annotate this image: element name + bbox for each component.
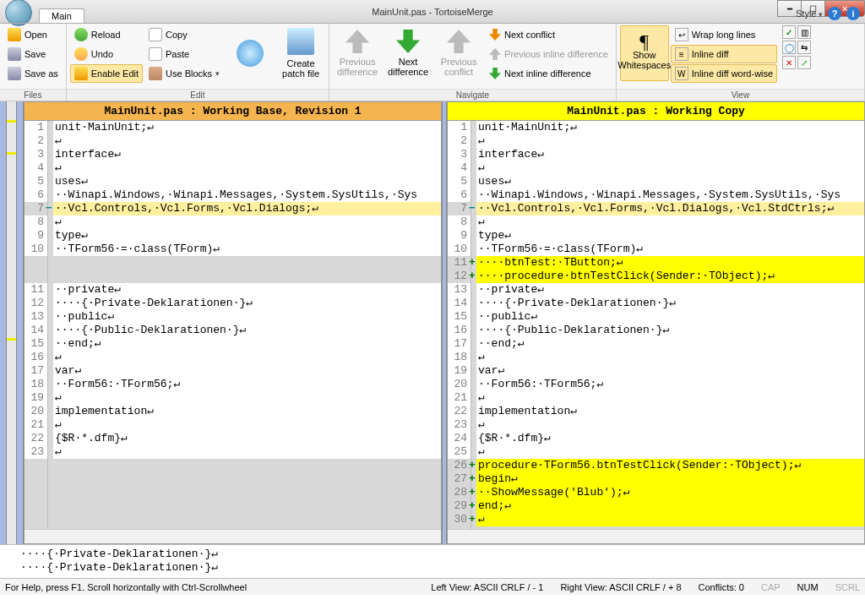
paste-button[interactable]: Paste (144, 45, 224, 63)
right-title: MainUnit.pas : Working Copy (448, 102, 864, 121)
view-check-icon[interactable]: ✓ (782, 25, 796, 39)
next-conflict-button[interactable]: Next conflict (485, 25, 612, 44)
arrow-up-gray-icon (447, 30, 471, 53)
group-files-label: Files (0, 89, 66, 101)
ribbon-tabs: Main Style ? i (0, 5, 865, 24)
help-icon[interactable]: ? (828, 7, 841, 20)
next-inline-button[interactable]: Next inline difference (485, 64, 612, 83)
left-hscroll[interactable] (24, 529, 441, 543)
right-hscroll[interactable] (448, 529, 864, 543)
find-button[interactable] (226, 25, 275, 81)
context-line1: ····{·Private-Deklarationen·}↵ (20, 548, 218, 560)
pilcrow-icon: ¶ (639, 36, 649, 46)
open-icon (8, 28, 21, 41)
prev-diff-button[interactable]: Previous difference (333, 25, 382, 81)
next-diff-button[interactable]: Next difference (384, 25, 432, 81)
group-navigate-label: Navigate (329, 89, 616, 101)
arrow-down-orange-icon (489, 29, 501, 41)
group-edit-label: Edit (67, 89, 329, 101)
save-button[interactable]: Save (3, 45, 63, 63)
patch-icon (287, 28, 314, 55)
group-view-label: View (617, 89, 864, 101)
enable-edit-button[interactable]: Enable Edit (70, 64, 143, 83)
diff-panes: MainUnit.pas : Working Base, Revision 1 … (0, 101, 865, 544)
group-files: Open Save Save as Files (0, 24, 67, 101)
group-edit: Reload Undo Enable Edit Copy Paste Use B… (67, 24, 329, 101)
copy-icon (149, 28, 162, 41)
right-pane: MainUnit.pas : Working Copy 1unit·MainUn… (447, 101, 865, 544)
view-expand-icon[interactable]: ⤢ (797, 56, 811, 69)
arrow-up-icon (345, 30, 369, 53)
group-navigate: Previous difference Next difference Prev… (329, 24, 617, 101)
undo-button[interactable]: Undo (70, 45, 143, 63)
statusbar: For Help, press F1. Scroll horizontally … (0, 578, 865, 595)
view-x-icon[interactable]: ✕ (782, 56, 796, 69)
show-whitespace-button[interactable]: ¶Show Whitespaces (620, 25, 669, 81)
wrap-icon: ↩ (675, 28, 688, 41)
open-button[interactable]: Open (3, 25, 63, 44)
arrow-down-icon (396, 30, 420, 53)
prev-conflict-button[interactable]: Previous conflict (434, 25, 483, 81)
left-pane: MainUnit.pas : Working Base, Revision 1 … (24, 101, 442, 544)
left-title: MainUnit.pas : Working Base, Revision 1 (24, 102, 441, 121)
use-blocks-button[interactable]: Use Blocks (144, 64, 224, 83)
status-scrl: SCRL (835, 582, 860, 592)
view-circle-icon[interactable]: ◯ (782, 41, 796, 54)
status-left: Left View: ASCII CRLF / - 1 (431, 582, 543, 592)
save-icon (8, 47, 21, 61)
save-as-icon (8, 67, 21, 80)
left-overview[interactable] (0, 101, 7, 544)
edit-icon (74, 67, 88, 80)
paste-icon (149, 47, 162, 61)
save-as-button[interactable]: Save as (3, 64, 63, 83)
inline-diff-icon: ≡ (675, 47, 688, 61)
find-icon (237, 40, 264, 67)
status-conflicts: Conflicts: 0 (699, 582, 744, 592)
right-code[interactable]: 1unit·MainUnit;↵2↵3interface↵4↵5uses↵6··… (448, 121, 864, 529)
create-patch-button[interactable]: Create patch file (276, 25, 325, 81)
left-overview2[interactable] (17, 101, 24, 544)
blocks-icon (149, 67, 162, 80)
status-right: Right View: ASCII CRLF / + 8 (560, 582, 681, 592)
status-help: For Help, press F1. Scroll horizontally … (5, 582, 247, 592)
style-dropdown[interactable]: Style (796, 8, 823, 19)
view-arrows-icon[interactable]: ⇆ (797, 41, 811, 54)
reload-button[interactable]: Reload (70, 25, 143, 44)
group-view: ¶Show Whitespaces ↩Wrap long lines ≡Inli… (617, 24, 865, 101)
arrow-down-small-icon (489, 68, 501, 79)
tab-main[interactable]: Main (39, 8, 84, 23)
ribbon: Open Save Save as Files Reload Undo Enab… (0, 24, 865, 101)
inline-word-button[interactable]: WInline diff word-wise (671, 64, 777, 83)
inline-diff-button[interactable]: ≡Inline diff (671, 45, 777, 63)
left-marks[interactable] (7, 101, 17, 544)
status-num: NUM (797, 582, 819, 592)
undo-icon (74, 47, 88, 61)
wrap-lines-button[interactable]: ↩Wrap long lines (671, 25, 777, 44)
inline-word-icon: W (675, 67, 688, 80)
arrow-up-small-icon (489, 48, 501, 60)
left-code[interactable]: 1unit·MainUnit;↵2↵3interface↵4↵5uses↵6··… (24, 121, 441, 529)
prev-inline-button[interactable]: Previous inline difference (485, 45, 612, 63)
view-compare-icon[interactable]: ▥ (797, 25, 811, 39)
reload-icon (74, 28, 88, 41)
context-line2: ····{·Private-Deklarationen·}↵ (20, 561, 218, 574)
context-view: ····{·Private-Deklarationen·}↵ ····{·Pri… (0, 544, 865, 578)
status-cap: CAP (761, 582, 781, 592)
copy-button[interactable]: Copy (144, 25, 224, 44)
info-icon[interactable]: i (846, 7, 860, 20)
